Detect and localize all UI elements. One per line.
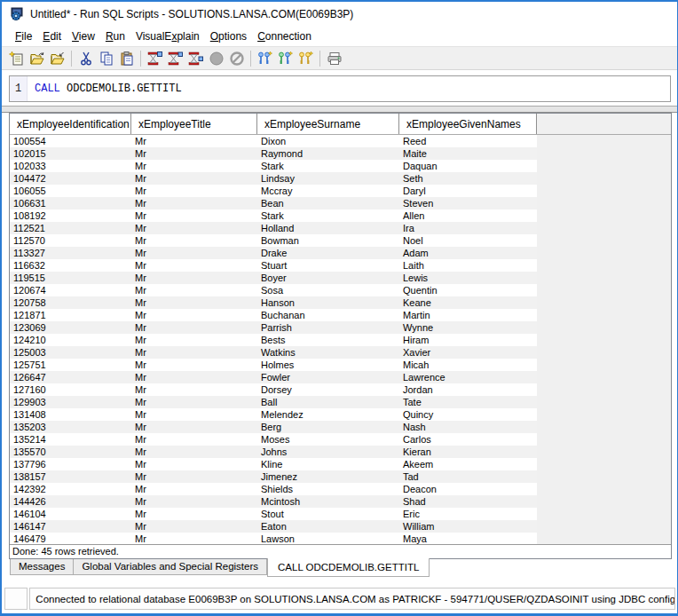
- table-row[interactable]: 106055MrMccrayDaryl: [10, 185, 537, 197]
- table-row[interactable]: 108192MrStarkAllen: [10, 209, 537, 222]
- table-cell: 108192: [10, 209, 131, 222]
- sql-keys-icon-2: [277, 51, 294, 67]
- statusbar-indicator-cell: [4, 588, 28, 610]
- tab-global-variables-and-special-registers[interactable]: Global Variables and Special Registers: [74, 559, 267, 575]
- table-cell: 120674: [10, 284, 131, 296]
- menu-options[interactable]: Options: [205, 28, 252, 44]
- table-row[interactable]: 144426MrMcintoshShad: [10, 495, 537, 508]
- run-selected-button[interactable]: [165, 49, 185, 68]
- table-cell: Mr: [131, 408, 257, 421]
- table-row[interactable]: 113327MrDrakeAdam: [10, 247, 537, 259]
- save-script-button[interactable]: [47, 49, 67, 68]
- sql-statement[interactable]: CALL ODCDEMOLIB.GETTITL: [28, 76, 182, 101]
- table-cell: 146147: [10, 520, 131, 533]
- table-cell: 146479: [10, 533, 131, 544]
- table-cell: Boyer: [257, 272, 399, 284]
- table-cell: Akeem: [399, 458, 537, 470]
- table-cell: Mr: [131, 197, 257, 209]
- table-row[interactable]: 135203MrBergNash: [10, 421, 537, 433]
- menu-edit[interactable]: Edit: [37, 28, 67, 44]
- results-body[interactable]: 100554MrDixonReed102015MrRaymondMaite102…: [10, 135, 671, 544]
- table-cell: Maya: [399, 533, 537, 544]
- table-cell: 135570: [10, 446, 131, 458]
- table-cell: William: [399, 520, 537, 533]
- table-cell: Ball: [257, 396, 399, 408]
- table-row[interactable]: 146147MrEatonWilliam: [10, 520, 537, 533]
- table-row[interactable]: 146104MrStoutEric: [10, 508, 537, 520]
- stop-button[interactable]: [206, 49, 226, 68]
- table-cell: Deacon: [399, 483, 537, 495]
- tab-call-odcdemolib-gettitl[interactable]: CALL ODCDEMOLIB.GETTITL: [267, 558, 430, 577]
- column-header[interactable]: xEmployeeIdentification: [10, 114, 131, 134]
- table-row[interactable]: 125751MrHolmesMicah: [10, 359, 537, 371]
- table-row[interactable]: 142392MrShieldsDeacon: [10, 483, 537, 495]
- table-row[interactable]: 123069MrParrishWynne: [10, 321, 537, 334]
- menu-connection[interactable]: Connection: [252, 28, 317, 44]
- sql-keys-button-3[interactable]: [296, 49, 316, 68]
- table-row[interactable]: 104472MrLindsaySeth: [10, 172, 537, 185]
- copy-button[interactable]: [96, 49, 116, 68]
- table-row[interactable]: 102015MrRaymondMaite: [10, 147, 537, 160]
- new-script-button[interactable]: [6, 49, 27, 68]
- table-row[interactable]: 116632MrStuartLaith: [10, 259, 537, 272]
- column-header[interactable]: xEmployeeTitle: [131, 114, 257, 134]
- table-row[interactable]: 127160MrDorseyJordan: [10, 383, 537, 396]
- statusbar: Connected to relational database E0069B3…: [4, 587, 676, 611]
- table-row[interactable]: 112570MrBowmanNoel: [10, 234, 537, 247]
- table-row[interactable]: 126647MrFowlerLawrence: [10, 371, 537, 383]
- column-header[interactable]: xEmployeeGivenNames: [399, 114, 537, 134]
- table-row[interactable]: 129903MrBallTate: [10, 396, 537, 408]
- table-cell: Mr: [131, 508, 257, 520]
- menu-file[interactable]: File: [10, 28, 37, 44]
- menu-visualexplain[interactable]: VisualExplain: [130, 28, 205, 44]
- table-row[interactable]: 120674MrSosaQuentin: [10, 284, 537, 296]
- table-row[interactable]: 124210MrBestsHiram: [10, 334, 537, 346]
- table-cell: Kieran: [399, 446, 537, 458]
- toolbar-separator: [250, 51, 251, 67]
- table-cell: 116632: [10, 259, 131, 272]
- table-row[interactable]: 100554MrDixonReed: [10, 135, 537, 147]
- open-script-button[interactable]: [27, 49, 47, 68]
- table-cell: Shad: [399, 495, 537, 508]
- table-row[interactable]: 137796MrKlineAkeem: [10, 458, 537, 470]
- run-all-button[interactable]: [145, 49, 165, 68]
- table-cell: Mr: [131, 346, 257, 359]
- sql-keys-button-1[interactable]: [255, 49, 275, 68]
- cut-button[interactable]: [75, 49, 96, 68]
- table-cell: Sosa: [257, 284, 399, 296]
- table-cell: Laith: [399, 259, 537, 272]
- sql-editor[interactable]: 1 CALL ODCDEMOLIB.GETTITL: [9, 75, 671, 102]
- column-header[interactable]: xEmployeeSurname: [257, 114, 399, 134]
- table-row[interactable]: 138157MrJimenezTad: [10, 470, 537, 483]
- sql-keys-button-2[interactable]: [275, 49, 296, 68]
- table-cell: Quentin: [399, 284, 537, 296]
- table-cell: Buchanan: [257, 309, 399, 321]
- run-all-icon: [146, 51, 163, 67]
- tab-messages[interactable]: Messages: [10, 559, 74, 575]
- table-row[interactable]: 131408MrMelendezQuincy: [10, 408, 537, 421]
- table-row[interactable]: 146479MrLawsonMaya: [10, 533, 537, 544]
- menu-run[interactable]: Run: [100, 28, 130, 44]
- table-row[interactable]: 119515MrBoyerLewis: [10, 272, 537, 284]
- menu-view[interactable]: View: [67, 28, 100, 44]
- table-row[interactable]: 112521MrHollandIra: [10, 222, 537, 234]
- window-title: Untitled* - Run SQL Scripts - SOLUTIONS.…: [30, 8, 353, 20]
- table-cell: Quincy: [399, 408, 537, 421]
- run-from-selected-button[interactable]: [185, 49, 206, 68]
- print-button[interactable]: [324, 49, 344, 68]
- table-cell: Eaton: [257, 520, 399, 533]
- table-row[interactable]: 102033MrStarkDaquan: [10, 160, 537, 172]
- table-cell: Kline: [257, 458, 399, 470]
- paste-button[interactable]: [116, 49, 137, 68]
- table-row[interactable]: 135214MrMosesCarlos: [10, 433, 537, 446]
- cancel-button[interactable]: [226, 49, 247, 68]
- table-row[interactable]: 125003MrWatkinsXavier: [10, 346, 537, 359]
- printer-icon: [327, 51, 343, 67]
- table-cell: Daquan: [399, 160, 537, 172]
- table-row[interactable]: 120758MrHansonKeane: [10, 296, 537, 309]
- pane-splitter[interactable]: [2, 106, 677, 113]
- table-row[interactable]: 135570MrJohnsKieran: [10, 446, 537, 458]
- table-row[interactable]: 106631MrBeanSteven: [10, 197, 537, 209]
- table-cell: 112521: [10, 222, 131, 234]
- table-row[interactable]: 121871MrBuchananMartin: [10, 309, 537, 321]
